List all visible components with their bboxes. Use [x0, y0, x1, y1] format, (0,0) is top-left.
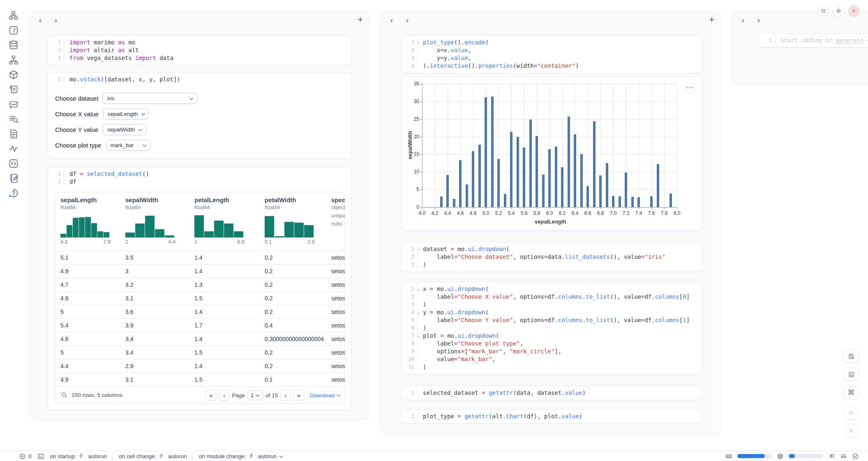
table-column-header[interactable]: speciesobjectunique:nulls: [331, 196, 345, 227]
code-line[interactable]: 3 y=y.value, [402, 54, 702, 62]
on-cell-change-setting[interactable]: on cell change: autorun [119, 453, 187, 460]
code-editor[interactable]: 1dataset = mo.ui.dropdown(2 label="Choos… [402, 242, 702, 272]
cpu-usage-meter[interactable] [789, 454, 823, 458]
errors-indicator[interactable]: 0 [19, 453, 32, 460]
cell-empty[interactable]: 1 Start coding or generate with AI [759, 33, 868, 48]
code-line[interactable]: 3from vega_datasets import data [48, 54, 351, 62]
code-line[interactable]: 11) [402, 363, 702, 371]
run-button[interactable] [844, 424, 858, 438]
dropdown-select[interactable]: sepalLength [103, 108, 148, 120]
table-column-header[interactable]: sepalWidthfloat6424.4 [125, 196, 175, 246]
code-line[interactable]: 6) [402, 324, 702, 332]
layout-button[interactable] [843, 368, 859, 381]
search-list-icon[interactable] [8, 114, 19, 124]
code-line[interactable]: 2import altair as alt [48, 46, 351, 54]
cell-xy-plot-dropdowns[interactable]: 1x = mo.ui.dropdown(2 label="Choose X va… [401, 282, 702, 374]
table-row[interactable]: 4.93.11.50.1setosa [55, 373, 345, 386]
code-placeholder[interactable]: Start coding or generate with AI [775, 37, 868, 44]
database-icon[interactable] [8, 40, 19, 51]
add-cell-icon[interactable]: + [709, 14, 714, 25]
code-editor[interactable]: 1x = mo.ui.dropdown(2 label="Choose X va… [402, 282, 702, 374]
ai-sparkles-icon[interactable] [828, 453, 835, 460]
code-line[interactable]: 3) [402, 261, 702, 269]
code-editor[interactable]: 1import marimo as mo2import altair as al… [48, 36, 351, 65]
code-line[interactable]: 5 label="Choose Y value", options=df.col… [402, 316, 702, 324]
stop-button[interactable] [844, 406, 858, 420]
column-right-icon[interactable]: › [754, 15, 763, 25]
code-line[interactable]: 2 x=x.value, [402, 46, 702, 54]
cell-vstack[interactable]: 1mo.vstack([dataset, x, y, plot]) Choose… [48, 72, 352, 159]
settings-button[interactable] [833, 5, 844, 16]
add-cell-icon[interactable]: + [358, 14, 363, 25]
dropdown-select[interactable]: mark_bar [106, 140, 150, 151]
dependency-graph-icon[interactable] [8, 55, 19, 65]
generate-link[interactable]: generate [836, 37, 863, 44]
code-line[interactable]: 1import marimo as mo [48, 39, 351, 46]
search-icon[interactable] [61, 392, 68, 399]
ai-chat-icon[interactable] [8, 99, 19, 110]
next-page-button[interactable]: › [280, 390, 291, 401]
dropdown-select[interactable]: iris [103, 93, 197, 104]
download-button[interactable]: Download [310, 392, 340, 399]
code-line[interactable]: 8 label="Choose plot type", [402, 340, 702, 348]
column-left-icon[interactable]: ‹ [387, 15, 396, 25]
menu-button[interactable] [818, 5, 829, 16]
table-row[interactable]: 53.41.50.2setosa [55, 346, 345, 359]
cell-plot-encode[interactable]: 1plot_type().encode(2 x=x.value,3 y=y.va… [401, 35, 702, 73]
cell-dataframe[interactable]: 1df = selected_dataset()2df sepalLengthf… [48, 167, 352, 410]
code-line[interactable]: 4).interactive().properties(width="conta… [402, 62, 702, 70]
first-page-button[interactable]: « [205, 390, 216, 401]
script-log-icon[interactable] [8, 84, 19, 95]
cell-dataset-dropdown[interactable]: 1dataset = mo.ui.dropdown(2 label="Choos… [401, 242, 702, 272]
document-icon[interactable] [8, 129, 19, 139]
package-icon[interactable] [8, 69, 19, 80]
code-line[interactable]: 1mo.vstack([dataset, x, y, plot]) [48, 76, 351, 83]
cell-selected-dataset[interactable]: 1selected_dataset = getattr(data, datase… [401, 386, 702, 400]
table-row[interactable]: 53.61.40.2setosa [55, 305, 345, 318]
table-row[interactable]: 4.63.41.40.30000000000000004setosa [55, 332, 345, 346]
column-right-icon[interactable]: › [403, 15, 412, 25]
cell-imports[interactable]: 1import marimo as mo2import altair as al… [48, 35, 352, 65]
code-editor[interactable]: 1df = selected_dataset()2df [48, 167, 351, 189]
table-row[interactable]: 4.42.91.40.2setosa [55, 359, 345, 373]
code-line[interactable]: 1plot_type = getattr(alt.Chart(df), plot… [402, 413, 702, 420]
code-line[interactable]: 9 options=["mark_bar", "mark_circle"], [402, 348, 702, 355]
column-left-icon[interactable]: ‹ [739, 15, 748, 25]
table-column-header[interactable]: petalWidthfloat640.12.5 [265, 196, 315, 246]
terminal-button[interactable] [37, 453, 44, 460]
functions-icon[interactable]: f [8, 25, 19, 36]
table-row[interactable]: 4.73.21.30.2setosa [55, 278, 345, 291]
ram-usage-meter[interactable] [737, 454, 772, 458]
tracing-icon[interactable] [8, 143, 19, 154]
code-line[interactable]: 7plot = mo.ui.dropdown( [402, 332, 702, 340]
shutdown-button[interactable] [848, 5, 859, 16]
scratchpad-icon[interactable] [8, 173, 19, 184]
save-button[interactable] [843, 350, 859, 363]
code-line[interactable]: 1dataset = mo.ui.dropdown( [402, 245, 702, 253]
prev-page-button[interactable]: ‹ [219, 390, 229, 401]
code-editor[interactable]: 1plot_type = getattr(alt.Chart(df), plot… [402, 410, 702, 423]
chart-menu-icon[interactable] [684, 82, 695, 93]
shortcuts-button[interactable]: ⌘ [843, 386, 859, 399]
code-editor[interactable]: 1plot_type().encode(2 x=x.value,3 y=y.va… [402, 36, 702, 73]
cell-plot-type[interactable]: 1plot_type = getattr(alt.Chart(df), plot… [401, 409, 702, 424]
last-page-button[interactable]: » [293, 390, 304, 401]
code-editor[interactable]: 1selected_dataset = getattr(data, datase… [402, 386, 702, 400]
page-select[interactable]: 1 [247, 390, 263, 400]
code-line[interactable]: 1x = mo.ui.dropdown( [402, 285, 702, 293]
dropdown-select[interactable]: sepalWidth [103, 124, 146, 135]
assistant-icon[interactable] [840, 453, 847, 460]
on-module-change-setting[interactable]: on module change: autorun [199, 453, 283, 460]
code-line[interactable]: 1selected_dataset = getattr(data, datase… [402, 389, 702, 397]
on-startup-setting[interactable]: on startup: autorun [50, 453, 107, 460]
table-row[interactable]: 5.13.51.40.2setosa [55, 251, 345, 264]
column-left-icon[interactable]: ‹ [36, 15, 45, 25]
help-icon[interactable] [8, 188, 19, 198]
table-column-header[interactable]: sepalLengthfloat644.37.9 [60, 196, 111, 246]
code-line[interactable]: 2 label="Choose X value", options=df.col… [402, 293, 702, 301]
table-column-header[interactable]: petalLengthfloat6416.9 [194, 196, 245, 246]
code-line[interactable]: 1df = selected_dataset() [48, 170, 351, 178]
file-tree-icon[interactable] [8, 10, 19, 21]
code-line[interactable]: 3) [402, 301, 702, 309]
table-row[interactable]: 4.931.40.2setosa [55, 264, 345, 278]
